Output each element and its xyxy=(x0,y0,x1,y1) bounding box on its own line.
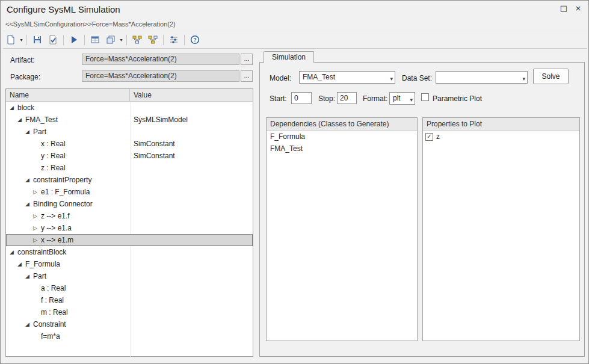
validate-icon[interactable] xyxy=(46,33,60,46)
tree-row[interactable]: ◢Part xyxy=(6,270,253,282)
tree-row[interactable]: ◢FMA_TestSysMLSimModel xyxy=(6,114,253,126)
toolbar-separator xyxy=(163,35,164,45)
collapse-icon[interactable]: ◢ xyxy=(25,198,32,210)
simulation-page: Model: FMA_Test ▾ Data Set: ▾ Solve Star… xyxy=(259,62,585,357)
dataset-label: Data Set: xyxy=(402,73,432,84)
help-icon[interactable]: ? xyxy=(188,33,202,46)
tree-row[interactable]: x : RealSimConstant xyxy=(6,138,253,150)
tree-indent xyxy=(6,144,33,144)
tree-node-label: Constraint xyxy=(33,320,66,329)
tree-indent xyxy=(6,192,33,193)
start-label: Start: xyxy=(270,93,287,104)
collapse-icon[interactable]: ◢ xyxy=(17,258,25,270)
window-title: Configure SysML Simulation xyxy=(7,4,120,14)
plot-list: ✓z xyxy=(423,131,579,143)
new-document-dropdown-icon[interactable]: ▾ xyxy=(19,37,24,43)
tab-simulation[interactable]: Simulation xyxy=(264,51,314,63)
tree-indent xyxy=(6,324,25,325)
collapse-icon[interactable]: ◢ xyxy=(10,102,17,114)
tree-indent xyxy=(6,204,25,205)
tree-node-label: x : Real xyxy=(41,140,66,148)
tree-row[interactable]: z : Real xyxy=(6,162,253,174)
collapse-icon[interactable]: ◢ xyxy=(25,318,32,330)
stop-input[interactable]: 20 xyxy=(337,92,357,104)
tree-row[interactable]: f=m*a xyxy=(6,330,253,342)
close-button[interactable]: × xyxy=(573,3,584,14)
hierarchy-remove-icon[interactable] xyxy=(146,33,160,46)
collapse-icon[interactable]: ◢ xyxy=(25,270,32,282)
dependency-item[interactable]: F_Formula xyxy=(267,131,417,143)
tree-row[interactable]: m : Real xyxy=(6,306,253,318)
parametric-plot-label: Parametric Plot xyxy=(433,93,482,104)
collapse-icon[interactable]: ◢ xyxy=(25,126,32,138)
tree-indent xyxy=(6,132,25,132)
svg-text:?: ? xyxy=(193,37,197,43)
duplicate-icon[interactable] xyxy=(103,33,118,46)
tree-indent xyxy=(6,264,17,265)
new-document-icon[interactable] xyxy=(4,33,18,46)
tree-node-value: SimConstant xyxy=(134,140,175,148)
tree-row[interactable]: ◢block xyxy=(6,102,253,114)
solve-button[interactable]: Solve xyxy=(533,69,569,84)
toolbar-separator xyxy=(84,35,85,45)
format-dropdown[interactable]: plt ▾ xyxy=(389,92,415,105)
tree-indent xyxy=(6,288,33,289)
tree-node-label: Binding Connector xyxy=(33,200,93,208)
tree-row[interactable]: ◢Binding Connector xyxy=(6,198,253,210)
tree-row[interactable]: y : RealSimConstant xyxy=(6,150,253,162)
plot-item-label: z xyxy=(436,131,440,143)
dependency-item[interactable]: FMA_Test xyxy=(267,143,417,155)
expand-icon[interactable]: ▷ xyxy=(33,210,40,222)
run-simulation-icon[interactable] xyxy=(67,33,81,46)
tree-indent xyxy=(6,228,33,229)
expand-icon[interactable]: ▷ xyxy=(33,222,40,234)
settings-icon[interactable] xyxy=(167,33,181,46)
tree-node-label: z : Real xyxy=(41,164,66,172)
tree-header: Name Value xyxy=(6,89,253,102)
plot-item-checkbox[interactable]: ✓ xyxy=(425,133,433,141)
collapse-icon[interactable]: ◢ xyxy=(17,114,25,126)
properties-to-plot-panel: Properties to Plot ✓z xyxy=(422,117,580,341)
plot-item[interactable]: ✓z xyxy=(423,131,579,143)
tree-row[interactable]: a : Real xyxy=(6,282,253,294)
tree-node-label: a : Real xyxy=(41,284,66,292)
tree-row[interactable]: ◢Constraint xyxy=(6,318,253,330)
parametric-plot-checkbox[interactable] xyxy=(421,93,429,101)
stereotype-subtitle: <<SysMLSimConfiguration>>Force=Mass*Acce… xyxy=(5,20,176,28)
tree-row[interactable]: f : Real xyxy=(6,294,253,306)
package-label: Package: xyxy=(10,72,40,82)
expand-icon[interactable]: ▷ xyxy=(33,234,40,246)
package-browse-button[interactable]: ... xyxy=(241,70,253,82)
artifact-browse-button[interactable]: ... xyxy=(241,54,253,65)
tree-row[interactable]: ◢Part xyxy=(6,126,253,138)
tree-column-name: Name xyxy=(6,89,130,101)
model-dropdown[interactable]: FMA_Test ▾ xyxy=(299,71,395,84)
tree-row[interactable]: ◢constraintProperty xyxy=(6,174,253,186)
save-icon[interactable] xyxy=(30,33,45,46)
dataset-dropdown[interactable]: ▾ xyxy=(436,71,528,84)
tree-row[interactable]: ▷z --> e1.f xyxy=(6,210,253,222)
start-input[interactable]: 0 xyxy=(291,92,312,104)
tree-node-label: F_Formula xyxy=(25,260,60,268)
tree-node-label: m : Real xyxy=(41,308,68,316)
duplicate-dropdown-icon[interactable]: ▾ xyxy=(119,37,124,43)
tree-row[interactable]: ▷y --> e1.a xyxy=(6,222,253,234)
collapse-icon[interactable]: ◢ xyxy=(10,246,17,258)
tree-indent xyxy=(6,336,33,337)
format-label: Format: xyxy=(363,93,387,104)
tree-indent xyxy=(6,216,33,217)
hierarchy-add-icon[interactable] xyxy=(130,33,144,46)
tree-row[interactable]: ◢constraintBlock xyxy=(6,246,253,258)
tree-indent xyxy=(6,120,17,120)
expand-icon[interactable]: ▷ xyxy=(33,186,40,198)
configure-sysml-simulation-dialog: Configure SysML Simulation □ × <<SysMLSi… xyxy=(0,0,589,364)
generate-icon[interactable] xyxy=(88,33,102,46)
collapse-icon[interactable]: ◢ xyxy=(25,174,32,186)
tree-row[interactable]: ▷x --> e1.m xyxy=(6,234,253,246)
tree-column-value: Value xyxy=(130,89,253,101)
artifact-field[interactable]: Force=Mass*Acceleration(2) xyxy=(82,54,239,65)
package-field[interactable]: Force=Mass*Acceleration(2) xyxy=(82,70,239,82)
tree-row[interactable]: ▷e1 : F_Formula xyxy=(6,186,253,198)
tree-row[interactable]: ◢F_Formula xyxy=(6,258,253,270)
maximize-button[interactable]: □ xyxy=(558,3,569,14)
